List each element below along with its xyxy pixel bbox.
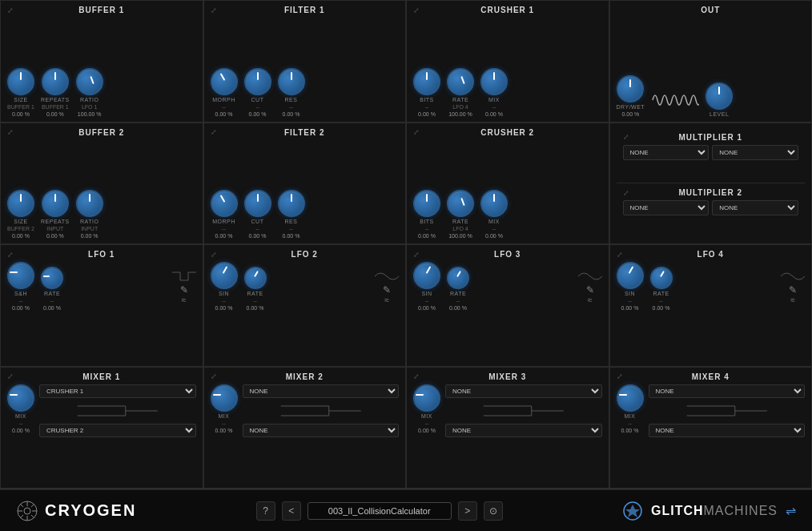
mixer1-expand-icon[interactable]: ⤢ — [7, 372, 14, 380]
mixer1-select-top[interactable]: CRUSHER 1 NONE CRUSHER 2 BUFFER 1 BUFFER… — [39, 384, 196, 398]
mixer2-select-top[interactable]: NONE — [243, 384, 400, 398]
lfo1-sh-label: S&H — [14, 291, 27, 296]
crusher2-expand-icon[interactable]: ⤢ — [413, 128, 420, 136]
filter1-res-sublabel: -- — [289, 104, 293, 110]
buffer2-ratio-group: RATIO INPUT 0.00 % — [76, 190, 103, 239]
crusher2-module: ⤢ CRUSHER 2 BITS -- 0.00 % RATE LFO 4 10… — [406, 123, 609, 245]
save-button[interactable]: ⊙ — [484, 501, 503, 521]
multiplier-cell: ⤢ MULTIPLIER 1 NONE NONE ⤢ MULTIPLIER 2 — [609, 123, 813, 245]
buffer1-expand-icon[interactable]: ⤢ — [7, 6, 14, 14]
multiplier2-expand-icon[interactable]: ⤢ — [623, 189, 629, 197]
lfo4-pen-icon[interactable]: ✎ — [789, 284, 797, 296]
mixer3-select-top[interactable]: NONE — [445, 384, 602, 398]
lfo2-pen-icon[interactable]: ✎ — [383, 284, 391, 296]
buffer1-repeats-knob[interactable] — [42, 68, 69, 95]
mixer1-select-bot[interactable]: CRUSHER 2 NONE CRUSHER 1 BUFFER 1 BUFFER… — [39, 424, 196, 437]
crusher1-expand-icon[interactable]: ⤢ — [413, 6, 420, 14]
multiplier1-select2[interactable]: NONE — [712, 145, 798, 160]
filter2-morph-knob[interactable] — [211, 190, 238, 217]
buffer2-repeats-group: REPEATS INPUT 0.00 % — [41, 190, 70, 239]
prev-button[interactable]: < — [282, 501, 301, 521]
lfo3-pen-icon[interactable]: ✎ — [586, 284, 594, 296]
lfo1-pen-icon[interactable]: ✎ — [180, 284, 188, 296]
lfo2-sin-knob[interactable] — [211, 262, 238, 289]
mixer4-mix-knob[interactable] — [617, 384, 644, 412]
filter1-morph-knob[interactable] — [211, 68, 238, 95]
filter1-res-label: RES — [285, 97, 298, 103]
multiplier1-expand-icon[interactable]: ⤢ — [623, 133, 629, 141]
next-button[interactable]: > — [458, 501, 477, 521]
filter1-res-knob[interactable] — [278, 68, 305, 95]
filter2-knob-row: MORPH -- 0.00 % CUT -- 0.00 % RES -- 0.0… — [211, 140, 400, 239]
out-level-knob[interactable] — [705, 82, 733, 110]
crusher1-bits-value: 0.00 % — [418, 111, 436, 117]
buffer2-ratio-knob[interactable] — [76, 190, 103, 217]
lfo4-sin-knob[interactable] — [617, 262, 644, 289]
lfo1-rate-knob[interactable] — [41, 267, 63, 289]
lfo3-sin-knob[interactable] — [413, 262, 440, 289]
lfo3-rate-sublabel: -- — [456, 298, 460, 304]
filter2-morph-sublabel: -- — [222, 226, 226, 231]
lfo2-module: ⤢ LFO 2 SIN -- 0.00 % RATE -- 0.00 % — [203, 244, 407, 367]
crusher1-rate-knob[interactable] — [447, 68, 474, 95]
multiplier2-select2[interactable]: NONE — [712, 200, 798, 215]
mixer4-select-top[interactable]: NONE — [649, 384, 806, 398]
multiplier2-select1[interactable]: NONE — [623, 200, 709, 215]
filter2-res-knob[interactable] — [278, 190, 305, 217]
lfo2-expand-icon[interactable]: ⤢ — [211, 251, 217, 259]
filter1-expand-icon[interactable]: ⤢ — [211, 6, 217, 14]
out-drywet-knob[interactable] — [617, 75, 644, 103]
mixer3-expand-icon[interactable]: ⤢ — [413, 372, 420, 380]
filter2-morph-label: MORPH — [212, 219, 235, 224]
mixer2-expand-icon[interactable]: ⤢ — [211, 372, 217, 380]
mixer2-select-bot[interactable]: NONE — [243, 424, 400, 437]
main-container: ⤢ BUFFER 1 SIZE BUFFER 1 0.00 % REPEATS … — [0, 0, 812, 531]
lfo3-rate-knob[interactable] — [447, 267, 469, 289]
buffer1-ratio-knob[interactable] — [76, 68, 103, 95]
crusher2-bits-knob[interactable] — [413, 190, 440, 217]
filter2-expand-icon[interactable]: ⤢ — [211, 128, 217, 136]
multiplier1-header: ⤢ MULTIPLIER 1 — [623, 133, 799, 142]
mixer2-mix-pct: 0.00 % — [215, 428, 233, 433]
lfo3-expand-icon[interactable]: ⤢ — [413, 251, 420, 259]
mixer4-expand-icon[interactable]: ⤢ — [617, 372, 623, 380]
buffer2-repeats-value: 0.00 % — [46, 233, 64, 239]
multiplier2-module: ⤢ MULTIPLIER 2 NONE NONE — [617, 183, 806, 239]
route-icon[interactable]: ⇌ — [786, 503, 796, 518]
mixer2-header: ⤢ MIXER 2 — [211, 372, 400, 381]
filter1-cut-knob[interactable] — [244, 68, 271, 95]
lfo1-expand-icon[interactable]: ⤢ — [7, 251, 14, 259]
crusher1-title: CRUSHER 1 — [480, 6, 534, 14]
lfo4-rate-knob[interactable] — [650, 267, 673, 289]
mixer3-select-bot[interactable]: NONE — [445, 424, 602, 437]
buffer1-size-knob[interactable] — [7, 68, 34, 95]
lfo3-knob-row: SIN -- 0.00 % RATE -- 0.00 % — [413, 262, 570, 311]
crusher2-mix-knob[interactable] — [480, 190, 508, 217]
lfo1-sh-knob[interactable] — [7, 262, 34, 289]
filter2-cut-knob[interactable] — [244, 190, 271, 217]
multiplier1-select1[interactable]: NONE — [623, 145, 709, 160]
mixer4-select-bot[interactable]: NONE — [649, 424, 806, 437]
buffer1-ratio-label: RATIO — [80, 97, 98, 103]
lfo4-expand-icon[interactable]: ⤢ — [617, 251, 623, 259]
mixer1-mix-knob[interactable] — [7, 384, 34, 412]
buffer2-repeats-knob[interactable] — [42, 190, 69, 217]
crusher2-rate-group: RATE LFO 4 100.00 % — [447, 190, 474, 239]
lfo1-wave-icon: ≈ — [182, 296, 187, 304]
out-level-group: LEVEL — [705, 82, 733, 117]
lfo2-extra: ✎ ≈ — [375, 268, 399, 304]
crusher1-bits-sublabel: -- — [425, 104, 429, 110]
lfo1-rate-sublabel: -- — [50, 298, 54, 304]
filter1-cut-sublabel: -- — [255, 104, 259, 110]
buffer2-expand-icon[interactable]: ⤢ — [7, 128, 14, 136]
crusher2-bits-sublabel: -- — [425, 226, 429, 231]
crusher1-bits-knob[interactable] — [413, 68, 440, 95]
crusher1-mix-knob[interactable] — [480, 68, 508, 95]
buffer2-size-knob[interactable] — [7, 190, 34, 217]
lfo2-rate-knob[interactable] — [244, 267, 267, 289]
crusher2-rate-knob[interactable] — [447, 190, 474, 217]
help-button[interactable]: ? — [256, 501, 275, 521]
mixer1-mix-label: MIX — [15, 413, 26, 419]
mixer2-mix-knob[interactable] — [211, 384, 238, 412]
mixer3-mix-knob[interactable] — [413, 384, 440, 412]
